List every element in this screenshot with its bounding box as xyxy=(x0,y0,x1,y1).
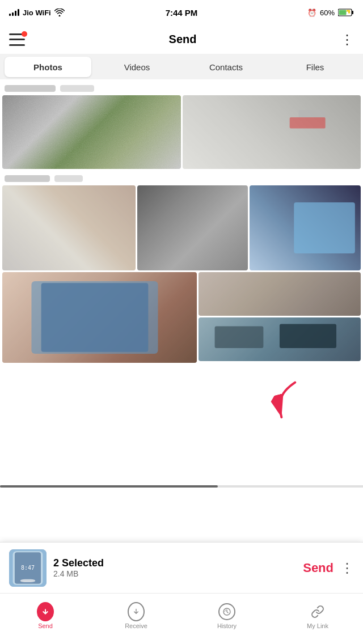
send-icon xyxy=(40,607,50,617)
status-time: 7:44 PM xyxy=(166,8,198,18)
svg-rect-8 xyxy=(2,185,136,270)
signal-icon xyxy=(9,9,19,16)
svg-text:8:47: 8:47 xyxy=(21,565,35,571)
svg-rect-13 xyxy=(199,272,361,316)
nav-item-receive[interactable]: Receive xyxy=(91,603,182,629)
photo-thumb[interactable] xyxy=(250,185,361,270)
nav-item-history[interactable]: History xyxy=(182,603,272,629)
nav-item-send[interactable]: Send xyxy=(0,603,91,629)
photo-thumb[interactable] xyxy=(199,317,361,361)
more-button[interactable]: ⋮ xyxy=(340,32,354,48)
photo-thumb[interactable] xyxy=(2,95,181,169)
svg-rect-5 xyxy=(183,95,361,169)
svg-rect-16 xyxy=(280,324,336,348)
top-nav: Send ⋮ xyxy=(0,25,363,54)
page-title: Send xyxy=(169,33,197,46)
selection-bar: 8:47 2 Selected 2.4 MB Send ⋮ xyxy=(0,542,363,593)
svg-rect-9 xyxy=(294,202,356,253)
tab-contacts[interactable]: Contacts xyxy=(183,57,269,77)
alarm-icon: ⏰ xyxy=(307,9,316,17)
photo-thumb[interactable] xyxy=(2,185,136,270)
send-nav-label: Send xyxy=(38,622,53,629)
svg-rect-1 xyxy=(352,11,354,14)
photo-details xyxy=(2,185,136,270)
mylink-nav-label: My Link xyxy=(307,622,328,629)
photo-details xyxy=(2,272,197,363)
carrier-label: Jio WiFi xyxy=(23,9,51,17)
selection-count: 2 Selected xyxy=(53,557,296,569)
nav-item-mylink[interactable]: My Link xyxy=(272,603,363,629)
receive-nav-icon xyxy=(128,603,145,620)
photo-row[interactable] xyxy=(2,95,361,169)
svg-rect-15 xyxy=(215,326,264,348)
selected-photo-thumb: 8:47 xyxy=(9,549,47,587)
battery-icon xyxy=(338,9,354,16)
photo-noise-overlay xyxy=(2,95,181,169)
photo-details xyxy=(250,185,361,270)
photo-thumb[interactable] xyxy=(199,272,361,316)
selection-more-button[interactable]: ⋮ xyxy=(340,560,354,576)
mylink-nav-icon xyxy=(309,603,326,620)
svg-rect-7 xyxy=(298,110,325,117)
svg-rect-4 xyxy=(2,95,181,169)
selection-info: 2 Selected 2.4 MB xyxy=(53,557,296,578)
link-icon xyxy=(311,605,324,618)
tab-photos[interactable]: Photos xyxy=(5,57,91,77)
wifi-icon xyxy=(54,9,65,16)
photo-row[interactable] xyxy=(2,185,361,270)
scroll-thumb[interactable] xyxy=(0,485,218,488)
svg-rect-2 xyxy=(339,10,347,15)
photo-thumb[interactable] xyxy=(183,95,361,169)
svg-rect-6 xyxy=(289,117,325,129)
photo-thumb[interactable] xyxy=(137,185,248,270)
battery-label: 60% xyxy=(320,9,335,17)
tab-videos[interactable]: Videos xyxy=(94,57,180,77)
history-icon xyxy=(222,607,231,616)
status-bar: Jio WiFi 7:44 PM ⏰ 60% xyxy=(0,0,363,25)
menu-button[interactable] xyxy=(9,33,25,46)
receive-icon xyxy=(132,607,141,616)
svg-marker-3 xyxy=(347,10,350,14)
bottom-nav: Send Receive History xyxy=(0,593,363,644)
scroll-track[interactable] xyxy=(0,485,363,488)
status-right: ⏰ 60% xyxy=(307,9,354,17)
photo-section-1 xyxy=(0,79,363,366)
history-nav-icon xyxy=(218,603,235,620)
photo-noise-overlay xyxy=(183,95,361,169)
svg-rect-12 xyxy=(41,283,149,352)
receive-nav-label: Receive xyxy=(125,622,147,629)
content-tabs: Photos Videos Contacts Files xyxy=(0,54,363,79)
status-left: Jio WiFi xyxy=(9,9,65,17)
send-nav-icon xyxy=(37,603,54,620)
send-action-button[interactable]: Send xyxy=(303,561,334,575)
arrow-indicator xyxy=(263,372,327,439)
svg-rect-22 xyxy=(20,579,35,582)
selection-size: 2.4 MB xyxy=(53,569,296,578)
photo-row[interactable] xyxy=(2,272,361,363)
photo-grid[interactable] xyxy=(0,79,363,488)
photo-thumb[interactable] xyxy=(2,272,197,363)
tab-files[interactable]: Files xyxy=(272,57,358,77)
history-nav-label: History xyxy=(217,622,237,629)
